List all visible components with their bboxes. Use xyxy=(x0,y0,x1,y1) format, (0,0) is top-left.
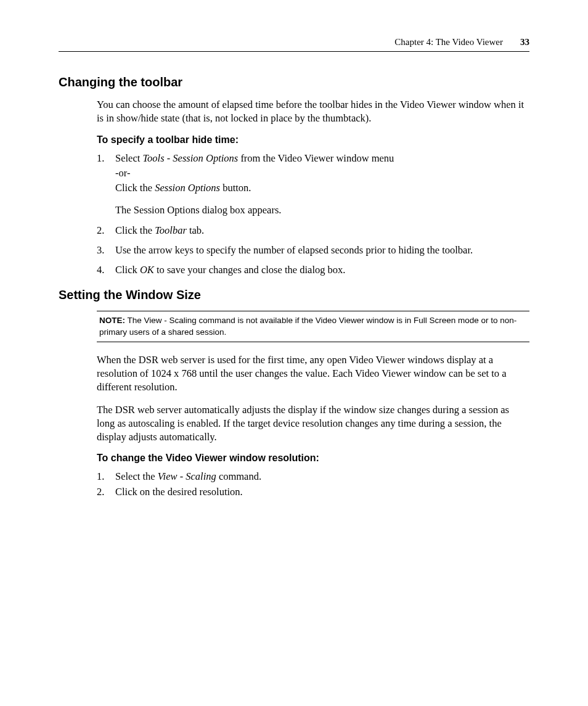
step-number: 1. xyxy=(97,470,115,483)
step-number: 3. xyxy=(97,244,115,257)
step-2: 2. Click on the desired resolution. xyxy=(97,485,529,499)
step-1: 1. Select Tools - Session Options from t… xyxy=(97,152,529,218)
page: Chapter 4: The Video Viewer 33 Changing … xyxy=(0,0,588,706)
step-4: 4. Click OK to save your changes and clo… xyxy=(97,263,529,277)
step-text: Select the View - Scaling command. xyxy=(115,470,529,483)
section1-subhead: To specify a toolbar hide time: xyxy=(97,134,529,146)
step-text: Click the Toolbar tab. xyxy=(115,224,529,237)
heading-changing-toolbar: Changing the toolbar xyxy=(59,75,529,89)
step-text: Click OK to save your changes and close … xyxy=(115,263,529,277)
step-number: 2. xyxy=(97,224,115,237)
note-box: NOTE: The View - Scaling command is not … xyxy=(97,311,529,342)
section2-subhead: To change the Video Viewer window resolu… xyxy=(97,453,529,464)
header-chapter: Chapter 4: The Video Viewer xyxy=(394,37,503,47)
step-alt: Click the Session Options button. xyxy=(115,181,529,195)
header-page-number: 33 xyxy=(520,37,529,47)
note-text: The View - Scaling command is not availa… xyxy=(99,316,517,336)
section1-intro: You can choose the amount of elapsed tim… xyxy=(97,98,529,126)
step-text: Use the arrow keys to specify the number… xyxy=(115,244,529,257)
menu-path: Tools - Session Options xyxy=(142,152,238,164)
section2-steps: 1. Select the View - Scaling command. 2.… xyxy=(97,470,529,499)
section1-steps: 1. Select Tools - Session Options from t… xyxy=(97,152,529,277)
step-3: 3. Use the arrow keys to specify the num… xyxy=(97,244,529,257)
step-number: 1. xyxy=(97,152,115,218)
section1-body: You can choose the amount of elapsed tim… xyxy=(97,98,529,277)
section2-body: NOTE: The View - Scaling command is not … xyxy=(97,311,529,499)
step-number: 2. xyxy=(97,485,115,499)
step-2: 2. Click the Toolbar tab. xyxy=(97,224,529,237)
section2-p1: When the DSR web server is used for the … xyxy=(97,353,529,395)
tab-name: Toolbar xyxy=(155,224,187,236)
note-label: NOTE: xyxy=(99,316,125,325)
step-result: The Session Options dialog box appears. xyxy=(115,203,529,217)
button-ok: OK xyxy=(140,264,154,276)
section2-p2: The DSR web server automatically adjusts… xyxy=(97,403,529,445)
step-number: 4. xyxy=(97,263,115,277)
menu-path: View - Scaling xyxy=(158,470,216,482)
running-header: Chapter 4: The Video Viewer 33 xyxy=(59,37,529,52)
step-text: Select Tools - Session Options from the … xyxy=(115,152,529,218)
step-1: 1. Select the View - Scaling command. xyxy=(97,470,529,483)
step-or: -or- xyxy=(115,166,529,180)
button-name: Session Options xyxy=(155,182,220,194)
step-text: Click on the desired resolution. xyxy=(115,485,529,499)
heading-window-size: Setting the Window Size xyxy=(59,288,529,302)
